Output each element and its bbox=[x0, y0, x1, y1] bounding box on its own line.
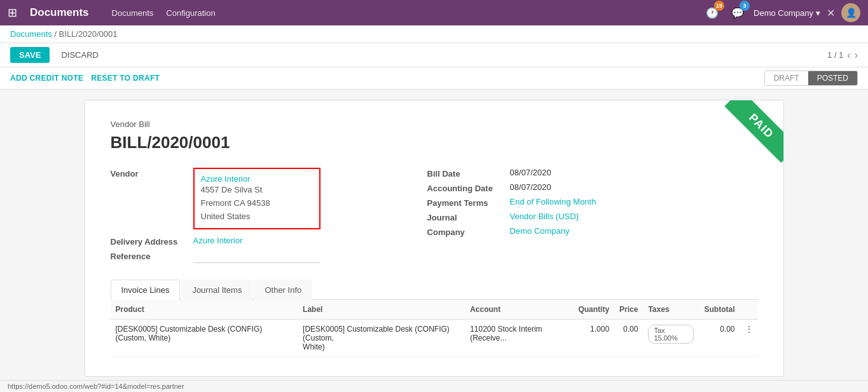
reset-to-draft-button[interactable]: RESET TO DRAFT bbox=[91, 70, 167, 86]
status-posted-button[interactable]: POSTED bbox=[808, 71, 857, 85]
reference-row: Reference bbox=[111, 250, 402, 263]
payment-terms-label: Payment Terms bbox=[427, 197, 510, 208]
notifications-badge: 19 bbox=[714, 1, 724, 11]
vendor-name[interactable]: Azure Interior bbox=[201, 174, 313, 184]
col-subtotal: Subtotal bbox=[699, 300, 740, 320]
cell-subtotal: 0.00 bbox=[699, 320, 740, 357]
notifications-button[interactable]: 🕐 19 bbox=[703, 3, 722, 22]
avatar-icon: 👤 bbox=[846, 8, 857, 18]
company-value[interactable]: Demo Company bbox=[510, 226, 570, 236]
bill-date-label: Bill Date bbox=[427, 168, 510, 179]
cell-label: [DESK0005] Customizable Desk (CONFIG) (C… bbox=[298, 320, 465, 357]
invoice-table: Product Label Account Quantity Price Tax… bbox=[111, 300, 758, 357]
chevron-down-icon: ▾ bbox=[816, 8, 820, 18]
breadcrumb-separator: / bbox=[54, 29, 59, 39]
journal-value[interactable]: Vendor Bills (USD) bbox=[510, 212, 579, 221]
vendor-address-line3: United States bbox=[201, 210, 313, 224]
topnav-right: 🕐 19 💬 3 Demo Company ▾ ✕ 👤 bbox=[703, 3, 860, 22]
vendor-field-row: Vendor Azure Interior 4557 De Silva St F… bbox=[111, 168, 402, 229]
action-buttons: ADD CREDIT NOTE RESET TO DRAFT bbox=[10, 70, 764, 86]
company-selector[interactable]: Demo Company ▾ bbox=[754, 8, 820, 18]
vendor-address-box[interactable]: Azure Interior 4557 De Silva St Fremont … bbox=[193, 168, 320, 229]
company-name: Demo Company bbox=[754, 8, 813, 18]
accounting-date-value: 08/07/2020 bbox=[510, 182, 551, 192]
payment-terms-row: Payment Terms End of Following Month bbox=[427, 197, 758, 208]
col-product: Product bbox=[111, 300, 298, 320]
breadcrumb-current: BILL/2020/0001 bbox=[59, 29, 118, 39]
bill-date-row: Bill Date 08/07/2020 bbox=[427, 168, 758, 179]
secondary-toolbar: ADD CREDIT NOTE RESET TO DRAFT DRAFT POS… bbox=[0, 67, 868, 90]
reference-input[interactable] bbox=[193, 250, 320, 263]
status-url: https://demo5.odoo.com/web?#id=14&model=… bbox=[8, 382, 184, 387]
right-fields: Bill Date 08/07/2020 Accounting Date 08/… bbox=[427, 168, 758, 267]
prev-record-button[interactable]: ‹ bbox=[847, 50, 850, 61]
breadcrumb-parent[interactable]: Documents bbox=[10, 29, 52, 39]
status-buttons: DRAFT POSTED bbox=[764, 71, 858, 86]
vendor-address-line2: Fremont CA 94538 bbox=[201, 197, 313, 210]
paid-stamp: PAID bbox=[724, 100, 783, 163]
grid-icon[interactable]: ⊞ bbox=[8, 6, 17, 20]
tab-journal-items[interactable]: Journal Items bbox=[181, 280, 252, 300]
col-price: Price bbox=[614, 300, 643, 320]
vendor-address-line1: 4557 De Silva St bbox=[201, 184, 313, 197]
bill-date-value: 08/07/2020 bbox=[510, 168, 551, 177]
table-row: [DESK0005] Customizable Desk (CONFIG) (C… bbox=[111, 320, 758, 357]
pagination: 1 / 1 ‹ › bbox=[827, 50, 858, 61]
tab-invoice-lines[interactable]: Invoice Lines bbox=[111, 280, 181, 300]
company-label: Company bbox=[427, 226, 510, 237]
top-navigation: ⊞ Documents Documents Configuration 🕐 19… bbox=[0, 0, 868, 25]
col-quantity: Quantity bbox=[573, 300, 614, 320]
col-taxes: Taxes bbox=[643, 300, 699, 320]
col-actions bbox=[740, 300, 758, 320]
accounting-date-label: Accounting Date bbox=[427, 182, 510, 193]
menu-configuration[interactable]: Configuration bbox=[166, 8, 215, 18]
tax-badge: Tax 15.00% bbox=[648, 325, 694, 344]
cell-quantity: 1.000 bbox=[573, 320, 614, 357]
app-brand[interactable]: Documents bbox=[30, 6, 89, 19]
row-actions-button[interactable]: ⋮ bbox=[740, 320, 758, 357]
cell-product: [DESK0005] Customizable Desk (CONFIG) (C… bbox=[111, 320, 298, 357]
cell-taxes: Tax 15.00% bbox=[643, 320, 699, 357]
next-record-button[interactable]: › bbox=[855, 50, 858, 61]
breadcrumb: Documents / BILL/2020/0001 bbox=[0, 25, 868, 43]
delivery-address-row: Delivery Address Azure Interior bbox=[111, 236, 402, 247]
tab-other-info[interactable]: Other Info bbox=[254, 280, 312, 300]
add-credit-note-button[interactable]: ADD CREDIT NOTE bbox=[10, 70, 91, 86]
payment-terms-value[interactable]: End of Following Month bbox=[510, 197, 596, 206]
messages-button[interactable]: 💬 3 bbox=[728, 3, 747, 22]
reference-label: Reference bbox=[111, 250, 193, 261]
journal-label: Journal bbox=[427, 212, 510, 222]
messages-badge: 3 bbox=[740, 1, 750, 11]
document-type: Vendor Bill bbox=[111, 119, 758, 129]
journal-row: Journal Vendor Bills (USD) bbox=[427, 212, 758, 222]
delivery-address-value[interactable]: Azure Interior bbox=[193, 236, 243, 245]
cell-account: 110200 Stock Interim (Receive... bbox=[465, 320, 573, 357]
col-account: Account bbox=[465, 300, 573, 320]
left-fields: Vendor Azure Interior 4557 De Silva St F… bbox=[111, 168, 402, 267]
save-button[interactable]: SAVE bbox=[10, 47, 50, 63]
vendor-label: Vendor bbox=[111, 168, 193, 179]
pagination-text: 1 / 1 bbox=[827, 50, 843, 60]
discard-button[interactable]: DISCARD bbox=[55, 47, 105, 63]
company-row: Company Demo Company bbox=[427, 226, 758, 237]
action-bar: SAVE DISCARD 1 / 1 ‹ › bbox=[0, 43, 868, 67]
document-card: PAID Vendor Bill BILL/2020/0001 Vendor A… bbox=[85, 100, 784, 377]
close-icon[interactable]: ✕ bbox=[827, 7, 835, 19]
cell-label-text: [DESK0005] Customizable Desk (CONFIG) (C… bbox=[303, 325, 450, 351]
delivery-address-label: Delivery Address bbox=[111, 236, 193, 247]
col-label: Label bbox=[298, 300, 465, 320]
avatar[interactable]: 👤 bbox=[841, 3, 860, 22]
status-draft-button[interactable]: DRAFT bbox=[765, 71, 808, 85]
document-fields: Vendor Azure Interior 4557 De Silva St F… bbox=[111, 168, 758, 267]
table-header-row: Product Label Account Quantity Price Tax… bbox=[111, 300, 758, 320]
document-number: BILL/2020/0001 bbox=[111, 133, 758, 152]
cell-price: 0.00 bbox=[614, 320, 643, 357]
top-menu: Documents Configuration bbox=[112, 8, 692, 18]
menu-documents[interactable]: Documents bbox=[112, 8, 154, 18]
tabs-bar: Invoice Lines Journal Items Other Info bbox=[111, 280, 758, 300]
bottom-bar: https://demo5.odoo.com/web?#id=14&model=… bbox=[0, 380, 868, 387]
main-content: PAID Vendor Bill BILL/2020/0001 Vendor A… bbox=[0, 90, 868, 387]
accounting-date-row: Accounting Date 08/07/2020 bbox=[427, 182, 758, 193]
